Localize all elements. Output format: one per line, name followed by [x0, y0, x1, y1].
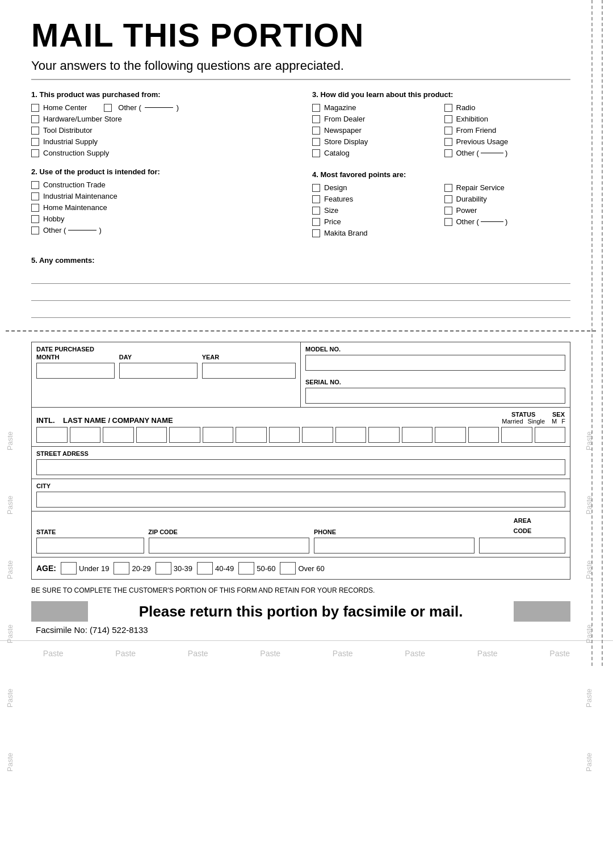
city-input[interactable]	[36, 492, 565, 508]
q3-checkbox-0[interactable]	[312, 104, 320, 112]
name-input-m[interactable]	[501, 427, 532, 443]
q3-checkbox-r1[interactable]	[444, 115, 452, 123]
street-label: STREET ADRESS	[36, 450, 565, 457]
q2-item-1: Industrial Maintenance	[31, 192, 289, 200]
q4-item-r1: Durability	[444, 195, 571, 203]
q4-checkbox-0[interactable]	[312, 184, 320, 192]
name-input-married[interactable]	[435, 427, 466, 443]
age-5060-checkbox[interactable]	[238, 562, 254, 575]
month-input[interactable]	[36, 363, 115, 379]
q4-checkbox-3[interactable]	[312, 218, 320, 226]
q1-other-checkbox[interactable]	[104, 104, 112, 112]
q1-checkbox-1[interactable]	[31, 115, 39, 123]
q2-checkbox-3[interactable]	[31, 215, 39, 223]
q4-checkbox-r2[interactable]	[444, 207, 452, 215]
bottom-paste-row: Paste Paste Paste Paste Paste Paste Past…	[0, 640, 613, 666]
q4-label-4: Makita Brand	[324, 229, 368, 237]
q2-checkbox-1[interactable]	[31, 192, 39, 200]
serial-no-input[interactable]	[305, 388, 565, 404]
name-input-11[interactable]	[368, 427, 400, 443]
year-input[interactable]	[202, 363, 296, 379]
age-over60-checkbox[interactable]	[280, 562, 296, 575]
q4-label-2: Size	[324, 206, 338, 215]
city-label: CITY	[36, 483, 565, 489]
q3-checkbox-2[interactable]	[312, 127, 320, 135]
age-3039-checkbox[interactable]	[156, 562, 171, 575]
name-input-12[interactable]	[402, 427, 433, 443]
q5-section: 5. Any comments:	[31, 256, 570, 318]
year-label: YEAR	[202, 354, 296, 360]
area-input[interactable]	[479, 538, 565, 553]
comment-line-1	[31, 271, 570, 284]
q3-checkbox-4[interactable]	[312, 149, 320, 157]
q3-item-r1: Exhibition	[444, 115, 571, 123]
name-input-9[interactable]	[302, 427, 333, 443]
q1-item-0: Home Center Other ( )	[31, 103, 289, 112]
age-4049-checkbox[interactable]	[197, 562, 213, 575]
q1-checkbox-2[interactable]	[31, 127, 39, 135]
q4-other-checkbox-r3[interactable]	[444, 218, 452, 226]
q1-item-2: Tool Distributor	[31, 126, 289, 135]
age-group-1: Under 19	[61, 562, 109, 575]
q4-checkbox-1[interactable]	[312, 195, 320, 203]
q4-checkbox-r0[interactable]	[444, 184, 452, 192]
q3-checkbox-r2[interactable]	[444, 127, 452, 135]
side-paste-left-2: Paste	[6, 496, 14, 514]
name-input-4[interactable]	[136, 427, 167, 443]
name-row: INTL. LAST NAME / COMPANY NAME STATUS Ma…	[32, 408, 570, 447]
zip-input[interactable]	[149, 538, 309, 553]
model-no-input[interactable]	[305, 355, 565, 371]
q2-checkbox-2[interactable]	[31, 204, 39, 212]
q4-checkbox-2[interactable]	[312, 207, 320, 215]
q4-item-1: Features	[312, 195, 439, 203]
age-over60-label: Over 60	[298, 564, 324, 573]
name-input-3[interactable]	[103, 427, 134, 443]
q2-checkbox-4[interactable]	[31, 227, 39, 234]
name-input-1[interactable]	[36, 427, 68, 443]
state-input[interactable]	[36, 538, 144, 553]
q3-checkbox-3[interactable]	[312, 138, 320, 146]
q1-checkbox-0[interactable]	[31, 104, 39, 112]
q4-checkbox-r1[interactable]	[444, 195, 452, 203]
day-input[interactable]	[119, 363, 198, 379]
q2-item-2: Home Maintenance	[31, 203, 289, 212]
q2-checkbox-0[interactable]	[31, 181, 39, 189]
name-input-8[interactable]	[269, 427, 300, 443]
q1-checkbox-4[interactable]	[31, 149, 39, 157]
age-2029-checkbox[interactable]	[114, 562, 129, 575]
side-labels-right: Paste Paste Paste Paste Paste Paste	[585, 431, 593, 772]
q1-label-3: Industrial Supply	[43, 137, 98, 146]
q3-checkbox-r0[interactable]	[444, 104, 452, 112]
q3-other-checkbox-r4[interactable]	[444, 149, 452, 157]
q3-item-r3: Previous Usage	[444, 137, 571, 146]
right-dashes	[591, 0, 603, 666]
street-input[interactable]	[36, 459, 565, 475]
name-input-2[interactable]	[70, 427, 101, 443]
name-input-single[interactable]	[468, 427, 499, 443]
phone-input[interactable]	[314, 538, 475, 553]
q1-title: 1. This product was purchased from:	[31, 90, 289, 99]
name-input-5[interactable]	[169, 427, 200, 443]
bottom-paste-7: Paste	[477, 649, 498, 658]
age-group-4: 40-49	[197, 562, 234, 575]
name-input-f[interactable]	[535, 427, 566, 443]
q4-other-close-r3: )	[505, 217, 507, 226]
q3-checkbox-1[interactable]	[312, 115, 320, 123]
bottom-paste-6: Paste	[405, 649, 425, 658]
name-label: LAST NAME / COMPANY NAME	[63, 416, 173, 425]
q4-label-r1: Durability	[456, 195, 487, 203]
age-under19-checkbox[interactable]	[61, 562, 77, 575]
q2-item-3: Hobby	[31, 215, 289, 223]
q1-checkbox-3[interactable]	[31, 138, 39, 146]
q3-label-4: Catalog	[324, 149, 350, 157]
q3-checkbox-r3[interactable]	[444, 138, 452, 146]
q4-label-3: Price	[324, 217, 341, 226]
name-input-10[interactable]	[335, 427, 367, 443]
age-3039-label: 30-39	[174, 564, 192, 573]
q4-checkbox-4[interactable]	[312, 229, 320, 237]
q4-other-label-r3: Other (	[456, 217, 479, 226]
age-4049-label: 40-49	[215, 564, 234, 573]
return-text: Please return this portion by facsimile …	[98, 603, 503, 620]
name-input-6[interactable]	[203, 427, 234, 443]
name-input-7[interactable]	[236, 427, 267, 443]
